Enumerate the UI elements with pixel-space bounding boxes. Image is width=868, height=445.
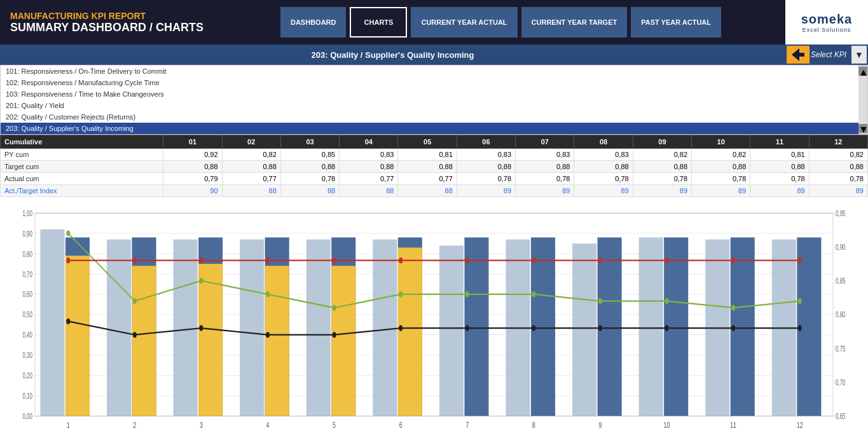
svg-point-75 xyxy=(266,291,270,297)
svg-point-101 xyxy=(399,325,403,331)
svg-point-98 xyxy=(199,325,203,331)
kpi-item-203[interactable]: 203: Quality / Supplier's Quality Incomi… xyxy=(1,123,867,134)
header-title: MANUFACTURING KPI REPORT SUMMARY DASHBOA… xyxy=(0,0,216,44)
svg-point-82 xyxy=(731,305,735,311)
svg-text:0,20: 0,20 xyxy=(22,371,32,380)
svg-point-95 xyxy=(798,257,802,263)
table-cell-1-3: 0,88 xyxy=(340,161,398,173)
kpi-selector-row: 203: Quality / Supplier's Quality Incomi… xyxy=(0,44,868,65)
chart-container: 0,000,100,200,300,400,500,600,700,800,90… xyxy=(0,197,868,445)
svg-point-80 xyxy=(598,298,602,304)
svg-text:0,40: 0,40 xyxy=(22,331,32,339)
svg-text:0,30: 0,30 xyxy=(22,352,32,360)
svg-text:5: 5 xyxy=(333,420,336,429)
svg-text:1: 1 xyxy=(67,420,70,429)
svg-rect-52 xyxy=(398,247,422,416)
table-cell-1-5: 0,88 xyxy=(457,161,515,173)
svg-text:0,80: 0,80 xyxy=(836,311,846,319)
kpi-item-101[interactable]: 101: Responsiveness / On-Time Delivery t… xyxy=(1,65,867,77)
table-cell-0-2: 0,85 xyxy=(280,149,339,161)
table-cell-0-3: 0,83 xyxy=(340,149,398,161)
svg-point-107 xyxy=(798,325,802,331)
table-cell-3-8: 89 xyxy=(633,185,691,197)
svg-point-77 xyxy=(399,291,403,297)
table-cell-3-4: 88 xyxy=(398,185,457,197)
table-cell-1-6: 0,88 xyxy=(516,161,574,173)
table-cell-0-8: 0,82 xyxy=(633,149,691,161)
table-cell-1-2: 0,88 xyxy=(280,161,339,173)
table-cell-0-11: 0,82 xyxy=(809,149,867,161)
table-cell-0-1: 0,82 xyxy=(222,149,280,161)
svg-text:11: 11 xyxy=(730,420,736,429)
table-cell-1-9: 0,88 xyxy=(692,161,750,173)
svg-text:6: 6 xyxy=(399,420,403,429)
table-cell-3-11: 89 xyxy=(809,185,867,197)
col-header-cumulative: Cumulative xyxy=(1,135,163,149)
table-cell-1-8: 0,88 xyxy=(633,161,691,173)
table-cell-3-3: 88 xyxy=(340,185,398,197)
nav-cy-actual[interactable]: CURRENT YEAR ACTUAL xyxy=(411,7,517,38)
svg-point-76 xyxy=(333,305,336,311)
main-title: MANUFACTURING KPI REPORT xyxy=(10,11,206,21)
scrollbar[interactable]: ▲ ▼ xyxy=(858,65,867,134)
nav-dashboard[interactable]: DASHBOARD xyxy=(280,7,347,38)
svg-point-103 xyxy=(532,325,535,331)
table-cell-2-10: 0,78 xyxy=(750,173,809,185)
table-cell-2-11: 0,78 xyxy=(809,173,867,185)
svg-text:0,10: 0,10 xyxy=(22,392,32,400)
kpi-arrow-icon[interactable] xyxy=(787,46,809,64)
col-header-07: 07 xyxy=(516,135,574,149)
svg-text:0,95: 0,95 xyxy=(836,209,846,217)
kpi-item-103[interactable]: 103: Responsiveness / Time to Make Chang… xyxy=(1,88,867,100)
svg-text:3: 3 xyxy=(200,420,203,429)
kpi-item-301[interactable]: 301: Efficiency / Throughput xyxy=(1,134,867,135)
table-cell-0-10: 0,81 xyxy=(750,149,809,161)
kpi-item-102[interactable]: 102: Responsiveness / Manufacturing Cycl… xyxy=(1,77,867,88)
svg-text:7: 7 xyxy=(465,420,469,429)
nav-py-actual[interactable]: PAST YEAR ACTUAL xyxy=(631,7,721,38)
svg-point-79 xyxy=(532,291,535,297)
svg-text:10: 10 xyxy=(664,420,670,429)
svg-rect-44 xyxy=(265,266,289,416)
svg-text:12: 12 xyxy=(797,420,803,429)
svg-point-104 xyxy=(598,325,602,331)
svg-text:4: 4 xyxy=(266,420,270,429)
nav-charts[interactable]: CHARTS xyxy=(350,7,407,38)
table-cell-1-4: 0,88 xyxy=(398,161,457,173)
svg-point-89 xyxy=(399,257,403,263)
svg-text:2: 2 xyxy=(133,420,136,429)
table-row-label-1: Target cum xyxy=(1,161,163,173)
kpi-item-201[interactable]: 201: Quality / Yield xyxy=(1,100,867,111)
table-cell-2-6: 0,78 xyxy=(516,173,574,185)
header-nav: DASHBOARD CHARTS CURRENT YEAR ACTUAL CUR… xyxy=(216,0,785,44)
svg-rect-60 xyxy=(572,243,596,416)
table-cell-3-5: 89 xyxy=(457,185,515,197)
svg-text:0,60: 0,60 xyxy=(22,291,32,299)
table-cell-3-6: 89 xyxy=(516,185,574,197)
chart-svg: 0,000,100,200,300,400,500,600,700,800,90… xyxy=(6,203,862,445)
table-cell-0-5: 0,83 xyxy=(457,149,515,161)
svg-text:0,65: 0,65 xyxy=(836,412,846,420)
svg-text:0,90: 0,90 xyxy=(836,243,846,251)
svg-text:0,00: 0,00 xyxy=(22,412,32,420)
table-cell-0-0: 0,92 xyxy=(163,149,222,161)
svg-point-102 xyxy=(465,325,469,331)
svg-point-100 xyxy=(333,332,336,338)
table-cell-2-8: 0,78 xyxy=(633,173,691,185)
table-row-label-2: Actual cum xyxy=(1,173,163,185)
col-header-09: 09 xyxy=(633,135,691,149)
nav-cy-target[interactable]: CURRENT YEAR TARGET xyxy=(521,7,628,38)
svg-rect-30 xyxy=(40,229,64,416)
svg-rect-46 xyxy=(307,240,331,416)
svg-point-93 xyxy=(665,257,669,263)
svg-point-99 xyxy=(266,332,270,338)
svg-point-73 xyxy=(133,298,137,304)
table-row-label-0: PY cum xyxy=(1,149,163,161)
table-cell-2-4: 0,77 xyxy=(398,173,457,185)
svg-text:0,80: 0,80 xyxy=(22,250,32,258)
svg-point-97 xyxy=(133,332,137,338)
kpi-item-202[interactable]: 202: Quality / Customer Rejects (Returns… xyxy=(1,111,867,123)
kpi-dropdown-button[interactable]: ▼ xyxy=(851,46,867,64)
svg-rect-36 xyxy=(132,266,156,416)
table-cell-0-9: 0,82 xyxy=(692,149,750,161)
